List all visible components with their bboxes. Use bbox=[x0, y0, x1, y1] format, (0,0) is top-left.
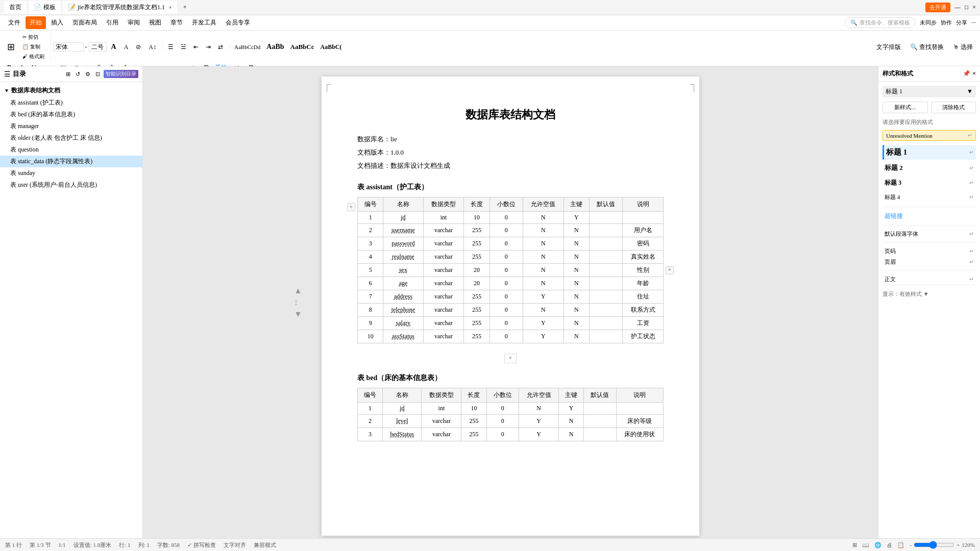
font-size-input[interactable] bbox=[89, 42, 107, 52]
page-indent-style[interactable]: 页眉 ↵ bbox=[883, 257, 976, 267]
body-text-style[interactable]: 正文 ↵ bbox=[883, 274, 976, 285]
col-add-right-icon[interactable]: + bbox=[666, 266, 674, 274]
close-tab-icon[interactable]: × bbox=[169, 5, 172, 10]
clear-format-button[interactable]: 清除格式 bbox=[931, 102, 976, 113]
cloud-save-icon[interactable]: 未同步 bbox=[920, 19, 937, 27]
style-heading2[interactable]: 标题 2 ↵ bbox=[883, 161, 976, 175]
hyperlink-style[interactable]: 超链接 bbox=[883, 210, 976, 222]
style-h3[interactable]: AaBbC( bbox=[317, 42, 344, 53]
toc-root-item[interactable]: ▼ 数据库表结构文档 bbox=[0, 84, 142, 97]
close-button[interactable]: × bbox=[972, 4, 976, 11]
sidebar-toggle-icon[interactable]: ☰ bbox=[4, 70, 11, 79]
view-read-icon[interactable]: 📖 bbox=[862, 542, 869, 548]
clear-format-button[interactable]: ⊘ bbox=[133, 42, 144, 52]
bed-col-type: 数据类型 bbox=[422, 388, 461, 403]
status-text-align[interactable]: 文字对齐 bbox=[224, 541, 246, 549]
sidebar-item-bed[interactable]: 表 bed (床的基本信息表) bbox=[0, 109, 142, 120]
show-valid-styles[interactable]: 显示：有效样式 ▼ bbox=[883, 288, 976, 300]
char-spacing-button[interactable]: A↕ bbox=[145, 42, 159, 52]
table-row-add-icon[interactable]: + bbox=[347, 203, 355, 211]
sidebar-item-user[interactable]: 表 user (系统用户-前台人员信息) bbox=[0, 179, 142, 191]
toc-add-icon[interactable]: ⊞ bbox=[64, 70, 72, 78]
status-spell-check[interactable]: ✓ 拼写检查 bbox=[187, 541, 216, 549]
list-unordered-button[interactable]: ☰ bbox=[165, 42, 177, 52]
menu-file[interactable]: 文件 bbox=[4, 16, 24, 29]
style-normal[interactable]: AaBbCcDd bbox=[232, 42, 263, 52]
list-ordered-button[interactable]: ☱ bbox=[178, 42, 189, 52]
current-style-dropdown[interactable]: 标题 1 ▼ bbox=[883, 86, 976, 97]
copy-button[interactable]: 📋 复制 bbox=[19, 42, 47, 52]
text-layout-button[interactable]: 文字排版 bbox=[873, 42, 904, 53]
new-style-button[interactable]: 新样式... bbox=[883, 102, 928, 113]
toc-settings-icon[interactable]: ⚙ bbox=[84, 70, 92, 78]
zoom-slider[interactable] bbox=[914, 541, 954, 549]
default-para-font[interactable]: 默认段落字体 ↵ bbox=[883, 229, 976, 239]
table-add-bottom-button[interactable]: + bbox=[504, 354, 517, 363]
indent-increase-button[interactable]: ⇥ bbox=[203, 42, 214, 52]
zoom-out-button[interactable]: - bbox=[910, 542, 912, 548]
menu-review[interactable]: 审阅 bbox=[124, 16, 144, 29]
minimize-button[interactable]: — bbox=[954, 4, 961, 11]
tab-template[interactable]: 📄 模板 bbox=[29, 1, 61, 14]
view-outline-icon[interactable]: 📋 bbox=[897, 542, 904, 548]
search-command[interactable]: 🔍 查找命令、搜索模板 bbox=[845, 17, 916, 28]
table-row: 4realnamevarchar2550NN真实姓名 bbox=[358, 251, 664, 264]
zoom-in-button[interactable]: + bbox=[957, 542, 960, 548]
style-heading1[interactable]: 标题 1 ↵ bbox=[883, 145, 976, 160]
wps-member-btn[interactable]: 去开通 bbox=[925, 3, 950, 12]
status-compat-mode: 兼容模式 bbox=[254, 541, 276, 549]
font-grow-button[interactable]: A bbox=[108, 42, 119, 52]
maximize-button[interactable]: □ bbox=[965, 4, 968, 11]
more-icon[interactable]: ··· bbox=[971, 19, 976, 27]
font-family-input[interactable] bbox=[53, 42, 84, 52]
menu-view[interactable]: 视图 bbox=[145, 16, 165, 29]
menu-page-layout[interactable]: 页面布局 bbox=[68, 16, 101, 29]
new-tab-button[interactable]: + bbox=[179, 2, 191, 13]
sidebar-item-static-data[interactable]: 表 static_data (静态字段属性表) bbox=[0, 156, 142, 167]
style-heading4[interactable]: 标题 4 ↵ bbox=[883, 191, 976, 204]
next-page-icon[interactable]: ▼ bbox=[294, 310, 302, 319]
menu-developer[interactable]: 开发工具 bbox=[188, 16, 220, 29]
format-paint-button[interactable]: 🖌 格式刷 bbox=[19, 52, 47, 61]
menu-reference[interactable]: 引用 bbox=[102, 16, 122, 29]
find-replace-button[interactable]: 🔍 查找替换 bbox=[907, 42, 947, 53]
sidebar-item-question[interactable]: 表 question bbox=[0, 144, 142, 156]
style-h1[interactable]: AaBb bbox=[264, 41, 286, 53]
ai-smart-toc[interactable]: 智能识别目录 bbox=[104, 70, 138, 78]
right-panel-close-icon[interactable]: × bbox=[972, 70, 976, 78]
tab-document[interactable]: 📝 jie养老院管理系统数据库文档1.1 × bbox=[63, 1, 177, 14]
status-grid-row: 行: 1 bbox=[119, 541, 130, 549]
paste-button[interactable]: ⊞ bbox=[4, 40, 18, 54]
prev-page-icon[interactable]: ▲ bbox=[294, 286, 302, 295]
indent-decrease-button[interactable]: ⇤ bbox=[190, 42, 202, 52]
text-dir-button[interactable]: ⇄ bbox=[215, 42, 226, 52]
view-print-icon[interactable]: 🖨 bbox=[887, 542, 892, 548]
font-shrink-button[interactable]: A bbox=[121, 42, 132, 52]
toc-refresh-icon[interactable]: ↺ bbox=[74, 70, 82, 78]
page-style[interactable]: 页码 ↵ bbox=[883, 246, 976, 257]
menu-member[interactable]: 会员专享 bbox=[222, 16, 254, 29]
menu-start[interactable]: 开始 bbox=[26, 16, 46, 29]
doc-area[interactable]: ▲ ... ▼ 数据库表结构文档 数据库名：lie 文档版本：1.0.0 文档描… bbox=[143, 66, 878, 538]
sidebar-item-sunday[interactable]: 表 sunday bbox=[0, 167, 142, 179]
collaborate-icon[interactable]: 协作 bbox=[941, 19, 952, 27]
view-normal-icon[interactable]: ⊞ bbox=[852, 542, 857, 548]
unresolved-mention[interactable]: Unresolved Mention ↵ bbox=[883, 130, 976, 141]
style-h2[interactable]: AaBbCc bbox=[288, 41, 317, 53]
view-web-icon[interactable]: 🌐 bbox=[874, 542, 881, 548]
cut-button[interactable]: ✂ 剪切 bbox=[19, 33, 47, 42]
assistant-table: 编号 名称 数据类型 长度 小数位 允许空值 主键 默认值 说明 1idint1… bbox=[357, 197, 664, 343]
menu-insert[interactable]: 插入 bbox=[47, 16, 67, 29]
menu-section[interactable]: 章节 bbox=[166, 16, 187, 29]
sidebar-item-manager[interactable]: 表 manager bbox=[0, 120, 142, 132]
toc-expand-icon[interactable]: ⊡ bbox=[94, 70, 102, 78]
style-heading3[interactable]: 标题 3 ↵ bbox=[883, 176, 976, 190]
right-panel-pin-icon[interactable]: 📌 bbox=[963, 70, 970, 78]
sidebar-item-assistant[interactable]: 表 assistant (护工表) bbox=[0, 97, 142, 109]
select-button[interactable]: 🖱 选择 bbox=[950, 42, 976, 53]
sidebar-item-older[interactable]: 表 older (老人表 包含护工 床 信息) bbox=[0, 132, 142, 144]
tab-home[interactable]: 首页 bbox=[4, 1, 27, 14]
bed-table: 编号 名称 数据类型 长度 小数位 允许空值 主键 默认值 说明 1idint1… bbox=[357, 388, 664, 441]
share-icon[interactable]: 分享 bbox=[956, 19, 967, 27]
doc-navigator-icon[interactable]: ... bbox=[293, 299, 303, 306]
